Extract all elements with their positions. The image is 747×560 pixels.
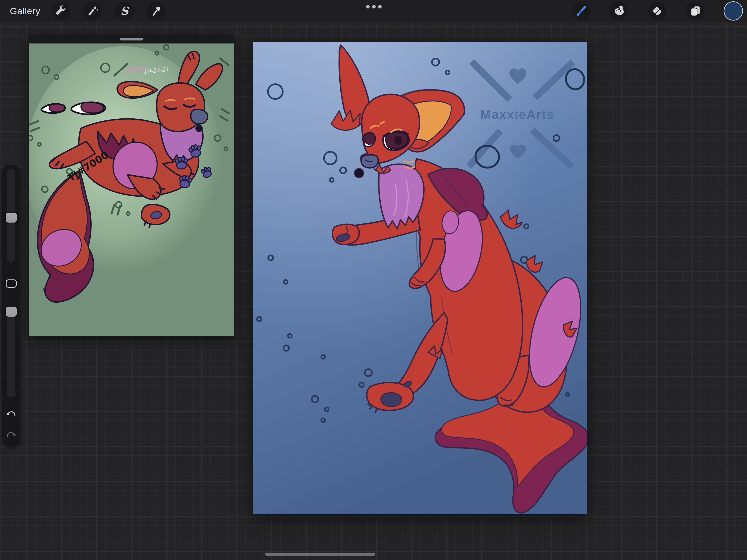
procreate-workspace: { "toolbar": { "gallery_label": "Gallery… xyxy=(0,0,747,560)
canvas-options-button[interactable] xyxy=(366,0,382,13)
ellipsis-icon xyxy=(378,5,382,8)
ellipsis-icon xyxy=(366,5,370,8)
top-toolbar: Gallery S xyxy=(0,0,747,22)
ellipsis-icon xyxy=(372,5,376,8)
wrench-icon xyxy=(54,4,68,18)
color-swatch-icon xyxy=(723,0,744,22)
reference-companion-window[interactable]: rayne 10-24-21 TJ#7000 xyxy=(28,34,235,336)
transform-arrow-icon xyxy=(149,4,162,18)
home-indicator[interactable] xyxy=(265,553,375,556)
brush-size-handle[interactable] xyxy=(6,213,17,223)
selection-button[interactable]: S xyxy=(114,1,135,21)
watermark-text: MaxxieArts xyxy=(481,107,555,122)
opacity-handle[interactable] xyxy=(6,307,17,316)
undo-button[interactable] xyxy=(6,409,17,420)
actions-button[interactable] xyxy=(51,1,71,21)
eraser-icon xyxy=(650,4,664,18)
adjustments-button[interactable] xyxy=(82,1,103,21)
reference-window-header[interactable] xyxy=(28,34,235,44)
paintbrush-icon xyxy=(574,4,588,18)
modify-button[interactable] xyxy=(6,279,17,288)
selection-s-icon: S xyxy=(118,4,131,18)
paint-tool-button[interactable] xyxy=(571,1,592,21)
opacity-slider[interactable] xyxy=(7,306,15,397)
selection-s-glyph: S xyxy=(121,4,129,17)
erase-tool-button[interactable] xyxy=(647,1,667,21)
smudge-finger-icon xyxy=(611,4,625,18)
brush-sidebar xyxy=(2,165,20,447)
transform-button[interactable] xyxy=(146,1,166,21)
gallery-label: Gallery xyxy=(10,6,40,17)
undo-arrow-icon xyxy=(6,409,17,420)
layers-button[interactable] xyxy=(685,1,706,21)
magic-wand-icon xyxy=(86,4,99,18)
redo-button[interactable] xyxy=(6,430,17,441)
smudge-tool-button[interactable] xyxy=(608,1,628,21)
reference-artwork: rayne 10-24-21 TJ#7000 xyxy=(29,44,234,336)
redo-arrow-icon xyxy=(6,430,17,441)
gallery-button[interactable]: Gallery xyxy=(10,0,40,22)
drawing-canvas[interactable]: MaxxieArts xyxy=(253,42,587,514)
layers-icon xyxy=(689,4,702,18)
reference-drag-handle[interactable] xyxy=(120,38,143,41)
color-swatch-button[interactable] xyxy=(723,1,744,21)
